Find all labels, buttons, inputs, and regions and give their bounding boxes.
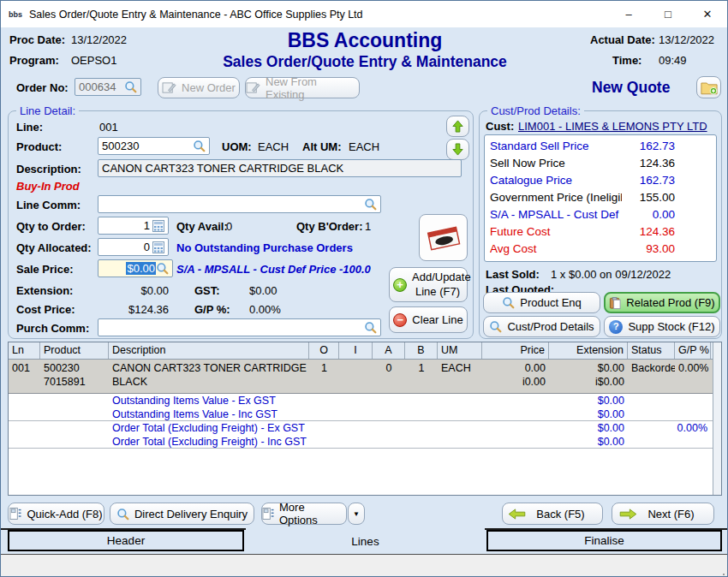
description-field[interactable]: CANON CART323 TONER CARTRIDGE BLACK bbox=[98, 159, 462, 177]
cust-prod-details-button[interactable]: Cust/Prod Details bbox=[483, 316, 600, 337]
product-field[interactable]: 500230 bbox=[98, 137, 210, 155]
search-icon[interactable] bbox=[156, 262, 169, 275]
calculator-icon[interactable] bbox=[152, 220, 164, 232]
new-quote-label[interactable]: New Quote bbox=[592, 79, 670, 97]
close-button[interactable]: ✕ bbox=[688, 1, 727, 27]
cost-price-value: $124.36 bbox=[98, 303, 169, 316]
summary-value: $0.00 bbox=[549, 421, 628, 435]
more-options-dropdown-button[interactable]: ▼ bbox=[348, 503, 365, 525]
new-from-existing-button[interactable]: New From Existing bbox=[245, 77, 360, 98]
cust-prod-details-label: Cust/Prod Details bbox=[507, 320, 594, 333]
qty-border-value: 1 bbox=[365, 220, 371, 233]
tab-finalise-label: Finalise bbox=[584, 534, 624, 547]
resize-grip[interactable] bbox=[723, 574, 725, 575]
window-controls: – □ ✕ bbox=[609, 1, 727, 27]
direct-delivery-label: Direct Delivery Enquiry bbox=[134, 508, 248, 520]
quick-add-button[interactable]: Quick-Add (F8) bbox=[8, 503, 104, 525]
table-row-selected[interactable]: 001 5002307015891 CANON CART323 TONER CA… bbox=[9, 360, 721, 394]
app-logo-icon: bbs bbox=[8, 11, 23, 18]
buy-in-prod-flag: Buy-In Prod bbox=[16, 180, 80, 193]
supp-stock-label: Supp Stock (F12) bbox=[628, 320, 714, 333]
add-update-line-button[interactable]: + Add/Update Line (F7) bbox=[389, 267, 468, 302]
cell-product: 5002307015891 bbox=[40, 360, 109, 393]
search-icon[interactable] bbox=[364, 198, 377, 211]
sale-price-field[interactable]: $0.00 bbox=[98, 259, 173, 277]
customer-link[interactable]: LIM001 - LIMES & LEMONS PTY LTD bbox=[518, 120, 707, 133]
summary-row: Outstanding Items Value - Ex GST $0.00 bbox=[9, 394, 721, 407]
cust-prod-group-title: Cust/Prod Details: bbox=[487, 104, 584, 117]
table-scrollbar[interactable] bbox=[713, 342, 721, 495]
cell-gp: 0.00% bbox=[675, 360, 711, 393]
price-row-value: 124.36 bbox=[622, 157, 675, 170]
price-row: Avg Cost 93.00 bbox=[485, 240, 716, 257]
line-comm-label: Line Comm: bbox=[16, 199, 81, 211]
price-row-value: 124.36 bbox=[622, 225, 675, 238]
line-up-button[interactable] bbox=[446, 116, 469, 137]
clear-line-label: Clear Line bbox=[412, 313, 462, 326]
time-value: 09:49 bbox=[659, 54, 687, 67]
minimize-button[interactable]: – bbox=[609, 1, 648, 27]
arrow-down-icon bbox=[451, 143, 464, 156]
qty-to-order-field[interactable]: 1 bbox=[98, 217, 169, 235]
order-no-field[interactable]: 000634 bbox=[75, 78, 141, 96]
status-bar: Enter Sales Price (Per UM) bbox=[1, 554, 727, 577]
more-options-label: More Options bbox=[279, 501, 346, 526]
clear-line-button[interactable]: − Clear Line bbox=[389, 306, 468, 333]
table-header-row: Ln Product Description O I A B UM Price … bbox=[9, 342, 721, 360]
tab-finalise[interactable]: Finalise bbox=[486, 530, 722, 551]
product-image-button[interactable] bbox=[419, 214, 468, 261]
product-enq-button[interactable]: Product Enq bbox=[483, 292, 600, 313]
back-button[interactable]: Back (F5) bbox=[502, 503, 603, 525]
last-sold-label: Last Sold: bbox=[486, 268, 540, 281]
summary-row: Outstanding Items Value - Inc GST $0.00 bbox=[9, 407, 721, 421]
line-value: 001 bbox=[99, 121, 118, 134]
next-button[interactable]: Next (F6) bbox=[612, 503, 714, 525]
search-icon[interactable] bbox=[193, 140, 206, 152]
price-row-label: Sell Now Price bbox=[490, 157, 622, 170]
price-row: Future Cost 124.36 bbox=[485, 223, 716, 240]
summary-value: $0.00 bbox=[549, 407, 628, 421]
last-sold-value: 1 x $0.00 on 09/12/2022 bbox=[551, 268, 671, 281]
more-options-button[interactable]: More Options bbox=[261, 503, 347, 525]
supp-stock-button[interactable]: ? Supp Stock (F12) bbox=[604, 316, 720, 337]
question-icon: ? bbox=[609, 320, 623, 334]
calculator-icon[interactable] bbox=[152, 241, 164, 253]
cell-price: 0.00i0.00 bbox=[482, 360, 549, 393]
new-order-button[interactable]: New Order bbox=[158, 77, 240, 98]
price-row: Standard Sell Price 162.73 bbox=[485, 137, 716, 154]
tab-header[interactable]: Header bbox=[8, 530, 244, 551]
alt-um-value: EACH bbox=[349, 140, 379, 153]
price-row-label: Future Cost bbox=[490, 225, 622, 238]
maximize-button[interactable]: □ bbox=[648, 1, 688, 27]
line-comm-field[interactable] bbox=[98, 195, 381, 213]
actual-date-value: 13/12/2022 bbox=[659, 33, 714, 46]
price-row: Sell Now Price 124.36 bbox=[485, 154, 716, 171]
search-icon bbox=[489, 320, 502, 333]
price-row-value: 155.00 bbox=[622, 191, 675, 204]
line-label: Line: bbox=[16, 121, 43, 134]
price-row-label: Government Price (Ineligib... bbox=[490, 191, 622, 204]
product-enq-label: Product Enq bbox=[520, 296, 582, 309]
qty-allocated-value: 0 bbox=[102, 241, 152, 253]
back-label: Back (F5) bbox=[536, 508, 584, 520]
clipboard-icon bbox=[609, 297, 621, 309]
col-header-product: Product bbox=[40, 342, 109, 359]
price-row-value: 162.73 bbox=[622, 140, 675, 152]
price-list: Standard Sell Price 162.73 Sell Now Pric… bbox=[484, 134, 717, 262]
line-down-button[interactable] bbox=[446, 139, 469, 160]
cell-ln: 001 bbox=[9, 360, 40, 393]
chevron-down-icon: ▼ bbox=[353, 510, 360, 518]
direct-delivery-button[interactable]: Direct Delivery Enquiry bbox=[110, 503, 254, 525]
qty-allocated-field[interactable]: 0 bbox=[98, 238, 169, 256]
new-quote-button[interactable] bbox=[696, 76, 721, 98]
summary-row: Order Total (Excluding Freight) - Inc GS… bbox=[9, 435, 721, 449]
sale-price-label: Sale Price: bbox=[16, 263, 74, 276]
line-detail-group-title: Line Detail: bbox=[16, 104, 79, 117]
search-icon[interactable] bbox=[124, 80, 137, 93]
related-prod-button[interactable]: Related Prod (F9) bbox=[604, 292, 720, 313]
search-icon[interactable] bbox=[364, 321, 377, 334]
summary-label: Outstanding Items Value - Inc GST bbox=[109, 407, 309, 421]
tab-lines[interactable]: Lines bbox=[246, 529, 485, 553]
purch-comm-field[interactable] bbox=[98, 318, 381, 336]
col-header-status: Status bbox=[628, 342, 675, 359]
